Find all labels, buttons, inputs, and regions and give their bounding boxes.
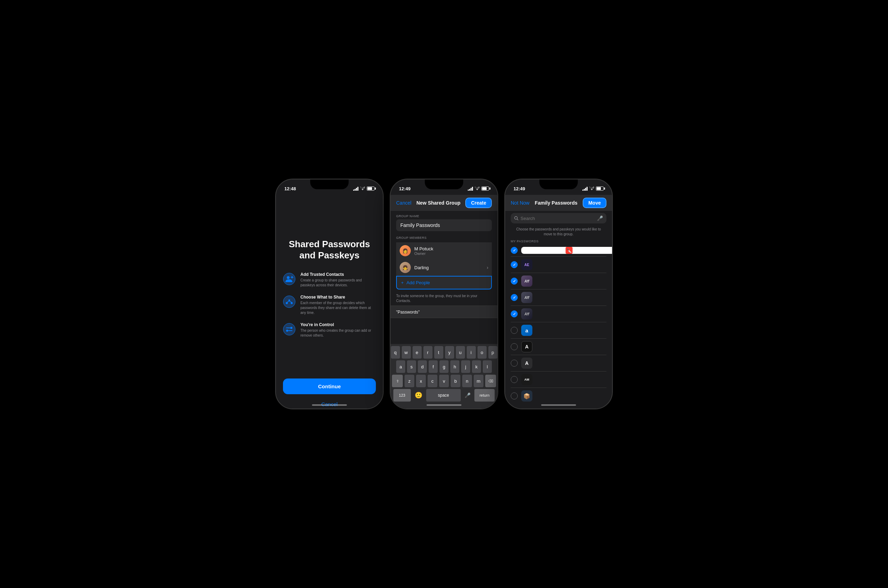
key-e[interactable]: e	[413, 346, 422, 358]
password-item-5[interactable]: Aff	[511, 306, 606, 322]
key-j[interactable]: j	[461, 360, 470, 373]
checkbox-2[interactable]	[511, 261, 518, 268]
feature-text-3: You're in Control The person who creates…	[301, 322, 376, 338]
password-item-9[interactable]: AM	[511, 372, 606, 388]
svg-point-17	[290, 327, 292, 329]
key-o[interactable]: o	[478, 346, 487, 358]
checkbox-10[interactable]	[511, 393, 518, 399]
key-space[interactable]: space	[426, 389, 461, 402]
home-bar-2	[427, 404, 461, 406]
feature-text-1: Add Trusted Contacts Create a group to s…	[301, 272, 376, 288]
key-q[interactable]: q	[391, 346, 400, 358]
search-input[interactable]	[520, 216, 595, 221]
search-bar[interactable]: 🎤	[511, 213, 606, 224]
time-2: 12:49	[399, 186, 410, 191]
kbd-row-4: 123 🙂 space 🎤 return	[392, 389, 496, 402]
avatar-darling: 👧	[400, 262, 411, 273]
password-item-2[interactable]: AE	[511, 256, 606, 273]
key-y[interactable]: y	[445, 346, 454, 358]
not-now-button[interactable]: Not Now	[511, 200, 530, 206]
checkbox-4[interactable]	[511, 294, 518, 301]
key-h[interactable]: h	[450, 360, 459, 373]
key-w[interactable]: w	[402, 346, 411, 358]
checkbox-6[interactable]	[511, 327, 518, 334]
key-p[interactable]: p	[488, 346, 497, 358]
key-g[interactable]: g	[439, 360, 449, 373]
key-x[interactable]: x	[416, 375, 426, 387]
control-icon	[283, 323, 296, 336]
feature-item-1: Add Trusted Contacts Create a group to s…	[283, 272, 376, 288]
checkbox-3[interactable]	[511, 278, 518, 285]
member-row-darling[interactable]: 👧 Darling ›	[396, 259, 492, 276]
create-button[interactable]: Create	[465, 198, 492, 208]
phone-1: 12:48 Shared Passwords and Passkeys	[275, 179, 383, 409]
mic-icon[interactable]: 🎤	[463, 393, 473, 398]
member-role-owner: Owner	[414, 251, 488, 256]
group-name-section: GROUP NAME	[391, 211, 497, 233]
key-r[interactable]: r	[424, 346, 433, 358]
emoji-icon[interactable]: 🙂	[413, 392, 424, 399]
continue-button[interactable]: Continue	[283, 378, 376, 394]
checkbox-8[interactable]	[511, 360, 518, 367]
choose-text: Choose the passwords and passkeys you wo…	[505, 226, 612, 240]
key-b[interactable]: b	[451, 375, 460, 387]
svg-point-19	[286, 330, 288, 332]
password-list: 🔪 AE Aff Aff	[505, 244, 612, 404]
search-icon	[514, 216, 518, 220]
key-n[interactable]: n	[462, 375, 472, 387]
key-l[interactable]: l	[483, 360, 492, 373]
members-label: GROUP MEMBERS	[396, 236, 492, 241]
key-m[interactable]: m	[474, 375, 484, 387]
key-d[interactable]: d	[418, 360, 427, 373]
key-a[interactable]: a	[396, 360, 405, 373]
key-f[interactable]: f	[429, 360, 438, 373]
key-k[interactable]: k	[472, 360, 481, 373]
member-info-darling: Darling	[414, 265, 483, 270]
checkbox-7[interactable]	[511, 343, 518, 350]
cancel-button-1[interactable]: Cancel	[283, 398, 376, 408]
password-item-1[interactable]: 🔪	[511, 244, 606, 256]
battery-icon-2	[481, 186, 489, 190]
kbd-row-3: ⇧ z x c v b n m ⌫	[392, 375, 496, 387]
avatar-owner: 👩	[400, 245, 411, 256]
password-item-10[interactable]: 📦	[511, 388, 606, 404]
key-s[interactable]: s	[407, 360, 416, 373]
people-icon	[283, 273, 296, 285]
app-icon-4: Aff	[521, 292, 532, 303]
checkbox-1[interactable]	[511, 247, 518, 254]
cancel-button-2[interactable]: Cancel	[396, 200, 412, 206]
share-icon	[283, 296, 296, 308]
key-z[interactable]: z	[404, 375, 414, 387]
password-item-7[interactable]: A	[511, 339, 606, 355]
group-name-input[interactable]	[396, 219, 492, 231]
svg-line-21	[517, 219, 518, 220]
checkbox-9[interactable]	[511, 376, 518, 383]
key-u[interactable]: u	[456, 346, 465, 358]
status-icons-2	[468, 186, 489, 190]
app-icon-3: Aff	[521, 276, 532, 286]
password-item-6[interactable]: a	[511, 322, 606, 339]
time-1: 12:48	[284, 186, 296, 191]
key-v[interactable]: v	[439, 375, 449, 387]
password-item-3[interactable]: Aff	[511, 273, 606, 290]
key-shift[interactable]: ⇧	[392, 375, 403, 387]
key-backspace[interactable]: ⌫	[485, 375, 496, 387]
search-mic-icon[interactable]: 🎤	[597, 215, 603, 221]
password-item-8[interactable]: A	[511, 355, 606, 372]
app-icon-2: AE	[521, 259, 532, 270]
svg-text:🔪: 🔪	[566, 248, 572, 253]
member-row-owner: 👩 M Potuck Owner	[396, 242, 492, 259]
move-button[interactable]: Move	[583, 198, 606, 208]
key-123[interactable]: 123	[393, 389, 411, 402]
battery-icon-3	[596, 186, 604, 190]
my-passwords-label: MY PASSWORDS	[505, 240, 612, 244]
member-name-darling: Darling	[414, 265, 483, 270]
key-return[interactable]: return	[475, 389, 495, 402]
password-item-4[interactable]: Aff	[511, 290, 606, 306]
key-i[interactable]: i	[467, 346, 476, 358]
signal-icon-3	[582, 187, 587, 190]
key-t[interactable]: t	[434, 346, 443, 358]
key-c[interactable]: c	[428, 375, 437, 387]
add-people-button[interactable]: + Add People	[396, 276, 492, 290]
checkbox-5[interactable]	[511, 310, 518, 317]
